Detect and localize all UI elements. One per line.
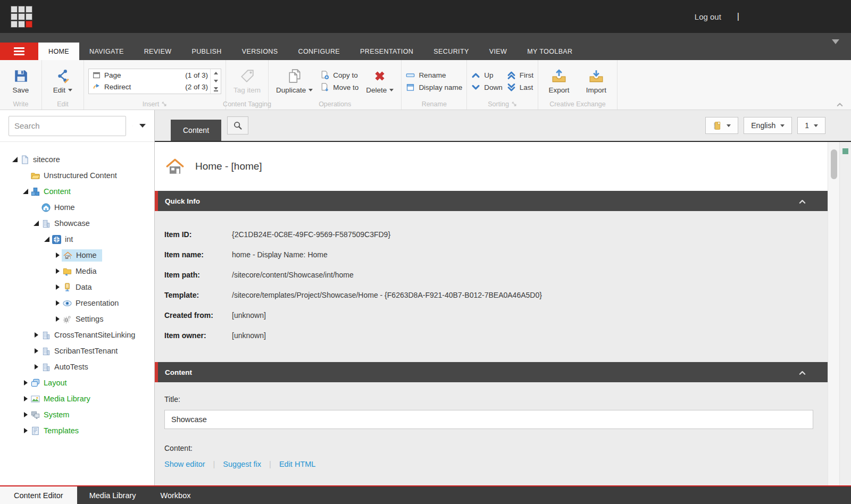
expand-arrow-icon[interactable] — [53, 284, 62, 290]
system-icon — [31, 410, 40, 419]
tree-item-scribantesttenant[interactable]: ScribanTestTenant — [0, 343, 154, 359]
edit-html-link[interactable]: Edit HTML — [279, 460, 316, 468]
tab-review[interactable]: REVIEW — [134, 43, 182, 60]
tab-navigate[interactable]: NAVIGATE — [79, 43, 134, 60]
first-button[interactable]: First — [507, 71, 533, 80]
suggest-fix-link[interactable]: Suggest fix — [223, 460, 261, 468]
title-field-input[interactable] — [164, 410, 813, 429]
version-dropdown[interactable]: 1 — [797, 117, 825, 134]
app-menu-button[interactable] — [0, 43, 38, 60]
duplicate-button[interactable]: Duplicate — [273, 69, 316, 94]
status-indicator — [842, 148, 848, 154]
rename-button[interactable]: Rename — [406, 71, 462, 80]
tab-view[interactable]: VIEW — [479, 43, 518, 60]
expand-arrow-icon[interactable] — [32, 348, 40, 354]
search-options-caret-icon[interactable] — [139, 124, 146, 128]
tree-item-presentation[interactable]: Presentation — [0, 295, 154, 311]
editor-search-button[interactable] — [227, 116, 248, 135]
scroll-last-icon[interactable] — [211, 85, 221, 93]
selected-tree-item[interactable]: Home — [62, 249, 102, 262]
tab-content[interactable]: Content — [171, 120, 221, 141]
tree-item-data[interactable]: Data — [0, 279, 154, 295]
app-tab-content-editor[interactable]: Content Editor — [0, 486, 77, 504]
tree-item-int[interactable]: int — [0, 231, 154, 247]
copy-to-button[interactable]: Copy to — [320, 71, 358, 80]
content-tree: sitecoreUnstructured ContentContentHomeS… — [0, 142, 154, 485]
tree-item-home[interactable]: Home — [0, 247, 154, 263]
expand-arrow-icon[interactable] — [53, 316, 62, 322]
ribbon-collapse-chevron-icon[interactable] — [836, 101, 844, 107]
delete-button[interactable]: Delete — [363, 69, 397, 94]
tree-item-label: CrossTenantSiteLinking — [54, 331, 135, 339]
content-section-header[interactable]: Content — [155, 362, 828, 382]
ribbon-button-column: RenameDisplay name — [406, 71, 462, 92]
profile-dropdown[interactable] — [705, 117, 738, 134]
expand-arrow-icon[interactable] — [21, 380, 30, 385]
tree-item-home[interactable]: Home — [0, 199, 154, 215]
tree-item-templates[interactable]: Templates — [0, 423, 154, 439]
last-label: Last — [520, 83, 533, 91]
tree-item-media-library[interactable]: Media Library — [0, 391, 154, 407]
tab-configure[interactable]: CONFIGURE — [288, 43, 351, 60]
tab-presentation[interactable]: PRESENTATION — [350, 43, 423, 60]
edit-button[interactable]: Edit — [46, 69, 79, 94]
globe-icon — [52, 235, 61, 244]
collapse-chevron-icon[interactable] — [798, 369, 806, 376]
tree-item-autotests[interactable]: AutoTests — [0, 359, 154, 375]
tree-item-unstructured-content[interactable]: Unstructured Content — [0, 167, 154, 183]
ribbon-options-caret-icon[interactable] — [832, 39, 839, 44]
logout-link[interactable]: Log out — [695, 12, 721, 21]
tree-item-system[interactable]: System — [0, 407, 154, 423]
tree-item-label: Presentation — [76, 299, 119, 307]
expand-arrow-icon[interactable] — [21, 428, 30, 433]
tree-item-content[interactable]: Content — [0, 183, 154, 199]
tree-item-showcase[interactable]: Showcase — [0, 215, 154, 231]
expand-arrow-icon[interactable] — [21, 412, 30, 417]
tree-item-crosstenantsitelinking[interactable]: CrossTenantSiteLinking — [0, 327, 154, 343]
tree-item-media[interactable]: Media — [0, 263, 154, 279]
scrollbar-thumb[interactable] — [831, 149, 837, 179]
tab-my-toolbar[interactable]: MY TOOLBAR — [517, 43, 582, 60]
chevrons-up-icon — [507, 71, 516, 80]
tab-security[interactable]: SECURITY — [423, 43, 479, 60]
app-tab-workbox[interactable]: Workbox — [148, 486, 203, 504]
tree-item-sitecore[interactable]: sitecore — [0, 152, 154, 167]
last-button[interactable]: Last — [507, 83, 533, 92]
display-name-button[interactable]: Display name — [406, 83, 462, 92]
collapse-arrow-icon[interactable] — [21, 189, 30, 194]
collapse-chevron-icon[interactable] — [798, 198, 806, 205]
quick-info-section-header[interactable]: Quick Info — [155, 191, 828, 211]
expand-arrow-icon[interactable] — [21, 396, 30, 401]
expand-arrow-icon[interactable] — [32, 364, 40, 369]
tab-home[interactable]: HOME — [38, 43, 79, 60]
expand-arrow-icon[interactable] — [53, 300, 62, 306]
up-button[interactable]: Up — [471, 71, 503, 80]
scroll-down-icon[interactable] — [211, 77, 221, 85]
collapse-arrow-icon[interactable] — [32, 221, 40, 226]
tree-item-settings[interactable]: Settings — [0, 311, 154, 327]
scroll-up-icon[interactable] — [211, 69, 221, 77]
export-button[interactable]: Export — [543, 69, 575, 94]
search-icon[interactable] — [132, 120, 133, 132]
collapse-arrow-icon[interactable] — [43, 237, 51, 242]
insert-option-redirect[interactable]: Redirect(2 of 3) — [93, 81, 208, 93]
expand-arrow-icon[interactable] — [53, 253, 62, 258]
expand-arrow-icon[interactable] — [53, 268, 62, 274]
home-icon — [63, 251, 72, 260]
save-button[interactable]: Save — [4, 69, 37, 94]
move-to-button[interactable]: Move to — [320, 83, 358, 92]
import-button[interactable]: Import — [580, 69, 613, 94]
collapse-arrow-icon[interactable] — [11, 157, 19, 162]
tree-item-layout[interactable]: Layout — [0, 375, 154, 391]
show-editor-link[interactable]: Show editor — [164, 460, 205, 468]
tree-item-label: Home — [54, 203, 75, 212]
tab-publish[interactable]: PUBLISH — [181, 43, 231, 60]
insert-option-page[interactable]: Page(1 of 3) — [93, 70, 208, 81]
tab-versions[interactable]: VERSIONS — [232, 43, 288, 60]
search-input[interactable] — [9, 116, 126, 136]
down-button[interactable]: Down — [471, 83, 503, 92]
app-tab-media-library[interactable]: Media Library — [77, 486, 148, 504]
editor-scrollbar[interactable] — [828, 142, 839, 485]
language-dropdown[interactable]: English — [744, 117, 792, 134]
expand-arrow-icon[interactable] — [32, 332, 40, 338]
